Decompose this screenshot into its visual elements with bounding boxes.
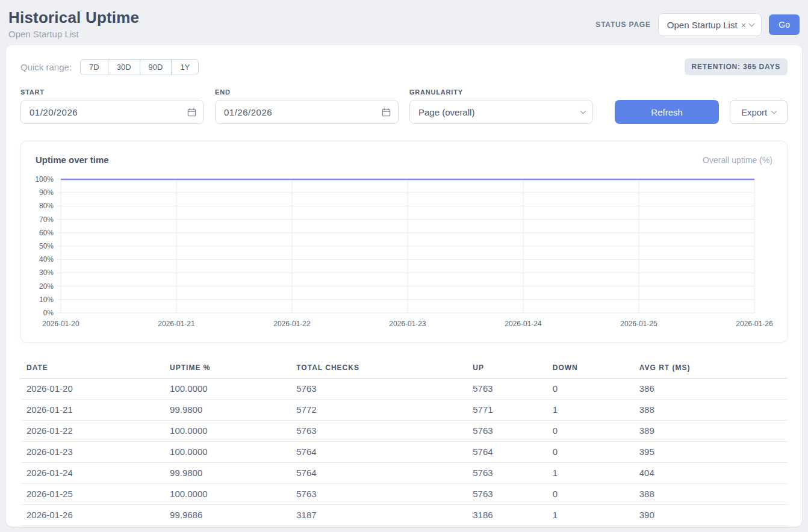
svg-text:20%: 20% bbox=[39, 282, 54, 291]
quick-range-30d[interactable]: 30D bbox=[108, 59, 140, 75]
page-subtitle: Open Startup List bbox=[8, 29, 139, 39]
status-page-picker: STATUS PAGE Open Startup List × Go bbox=[595, 13, 800, 36]
svg-text:2026-01-24: 2026-01-24 bbox=[505, 320, 542, 328]
end-date-input[interactable]: 01/26/2026 bbox=[215, 100, 399, 124]
cell-date: 2026-01-24 bbox=[20, 463, 166, 484]
svg-text:2026-01-20: 2026-01-20 bbox=[42, 320, 79, 328]
cell-avg-rt: 388 bbox=[636, 400, 788, 421]
status-page-selected-value: Open Startup List bbox=[667, 20, 738, 30]
svg-text:2026-01-22: 2026-01-22 bbox=[273, 320, 311, 328]
end-date-value: 01/26/2026 bbox=[224, 107, 272, 117]
page-heading: Historical Uptime Open Startup List bbox=[8, 8, 139, 39]
table-row: 2026-01-2199.9800577257711388 bbox=[20, 400, 788, 421]
cell-down: 0 bbox=[549, 442, 636, 463]
table-row: 2026-01-22100.0000576357630389 bbox=[20, 421, 788, 442]
quick-range-7d[interactable]: 7D bbox=[80, 59, 108, 75]
quick-range-label: Quick range: bbox=[20, 62, 72, 72]
svg-text:2026-01-26: 2026-01-26 bbox=[736, 320, 773, 328]
cell-up: 3186 bbox=[469, 505, 549, 526]
svg-text:70%: 70% bbox=[39, 215, 54, 224]
cell-avg-rt: 404 bbox=[636, 463, 788, 484]
cell-down: 1 bbox=[549, 463, 636, 484]
cell-avg-rt: 390 bbox=[636, 505, 788, 526]
cell-down: 1 bbox=[549, 505, 636, 526]
cell-up: 5763 bbox=[469, 379, 549, 400]
svg-text:80%: 80% bbox=[39, 202, 54, 210]
go-button[interactable]: Go bbox=[769, 14, 800, 35]
cell-uptime: 99.9686 bbox=[166, 505, 293, 526]
calendar-icon[interactable] bbox=[382, 108, 391, 117]
quick-range-row: Quick range: 7D30D90D1Y RETENTION: 365 D… bbox=[20, 58, 788, 75]
chevron-down-icon bbox=[771, 108, 777, 114]
cell-up: 5763 bbox=[469, 484, 549, 505]
svg-text:0%: 0% bbox=[43, 309, 54, 317]
refresh-button[interactable]: Refresh bbox=[615, 100, 719, 124]
svg-text:30%: 30% bbox=[39, 268, 54, 277]
table-row: 2026-01-23100.0000576457640395 bbox=[20, 442, 788, 463]
quick-range-group: 7D30D90D1Y bbox=[80, 59, 199, 75]
chevron-down-icon bbox=[580, 108, 586, 114]
cell-total-checks: 5763 bbox=[293, 379, 469, 400]
cell-date: 2026-01-23 bbox=[20, 442, 166, 463]
table-row: 2026-01-2499.9800576457631404 bbox=[20, 463, 788, 484]
chevron-down-icon bbox=[749, 21, 755, 27]
cell-down: 1 bbox=[549, 400, 636, 421]
cell-uptime: 99.9800 bbox=[166, 400, 293, 421]
table-row: 2026-01-25100.0000576357630388 bbox=[20, 484, 788, 505]
cell-up: 5763 bbox=[469, 463, 549, 484]
cell-uptime: 100.0000 bbox=[166, 484, 293, 505]
status-page-select[interactable]: Open Startup List × bbox=[658, 13, 762, 36]
column-header-0: DATE bbox=[20, 358, 166, 379]
clear-icon[interactable]: × bbox=[741, 20, 747, 29]
cell-up: 5771 bbox=[469, 400, 549, 421]
cell-total-checks: 5763 bbox=[293, 421, 469, 442]
start-date-input[interactable]: 01/20/2026 bbox=[20, 100, 204, 124]
svg-text:2026-01-21: 2026-01-21 bbox=[158, 320, 195, 328]
calendar-icon[interactable] bbox=[187, 108, 196, 117]
cell-up: 5763 bbox=[469, 421, 549, 442]
cell-up: 5764 bbox=[469, 442, 549, 463]
quick-range-1y[interactable]: 1Y bbox=[171, 59, 199, 75]
start-date-value: 01/20/2026 bbox=[30, 107, 78, 117]
export-button[interactable]: Export bbox=[730, 100, 788, 124]
uptime-chart-card: Uptime over time Overall uptime (%) 0%10… bbox=[20, 141, 788, 342]
quick-range-90d[interactable]: 90D bbox=[140, 59, 172, 75]
cell-uptime: 100.0000 bbox=[166, 421, 293, 442]
column-header-4: DOWN bbox=[549, 358, 636, 379]
cell-down: 0 bbox=[549, 484, 636, 505]
cell-avg-rt: 389 bbox=[636, 421, 788, 442]
cell-date: 2026-01-21 bbox=[20, 400, 166, 421]
cell-date: 2026-01-22 bbox=[20, 421, 166, 442]
svg-text:90%: 90% bbox=[39, 188, 54, 197]
chart-title: Uptime over time bbox=[36, 155, 109, 165]
column-header-5: AVG RT (MS) bbox=[636, 358, 788, 379]
granularity-label: GRANULARITY bbox=[409, 88, 593, 96]
main-card: Quick range: 7D30D90D1Y RETENTION: 365 D… bbox=[6, 45, 802, 527]
end-label: END bbox=[215, 88, 399, 96]
column-header-3: UP bbox=[469, 358, 549, 379]
cell-avg-rt: 388 bbox=[636, 484, 788, 505]
cell-total-checks: 5764 bbox=[293, 463, 469, 484]
cell-avg-rt: 386 bbox=[636, 379, 788, 400]
granularity-select[interactable]: Page (overall) bbox=[409, 100, 593, 124]
cell-uptime: 99.9800 bbox=[166, 463, 293, 484]
export-label: Export bbox=[741, 107, 767, 117]
page-title: Historical Uptime bbox=[8, 8, 139, 27]
svg-text:2026-01-25: 2026-01-25 bbox=[620, 320, 657, 328]
table-row: 2026-01-20100.0000576357630386 bbox=[20, 379, 788, 400]
cell-uptime: 100.0000 bbox=[166, 379, 293, 400]
cell-total-checks: 5772 bbox=[293, 400, 469, 421]
granularity-selected-value: Page (overall) bbox=[418, 107, 474, 117]
column-header-1: UPTIME % bbox=[166, 358, 293, 379]
cell-uptime: 100.0000 bbox=[166, 442, 293, 463]
retention-badge: RETENTION: 365 DAYS bbox=[685, 58, 788, 75]
cell-date: 2026-01-20 bbox=[20, 379, 166, 400]
chart-legend: Overall uptime (%) bbox=[703, 155, 772, 165]
svg-text:2026-01-23: 2026-01-23 bbox=[389, 320, 426, 328]
uptime-line-chart: 0%10%20%30%40%50%60%70%80%90%100%2026-01… bbox=[31, 173, 777, 336]
cell-date: 2026-01-26 bbox=[20, 505, 166, 526]
cell-avg-rt: 395 bbox=[636, 442, 788, 463]
controls-row: START 01/20/2026 END 01/26/2026 bbox=[20, 88, 788, 124]
column-header-2: TOTAL CHECKS bbox=[293, 358, 469, 379]
topbar: Historical Uptime Open Startup List STAT… bbox=[6, 6, 802, 45]
